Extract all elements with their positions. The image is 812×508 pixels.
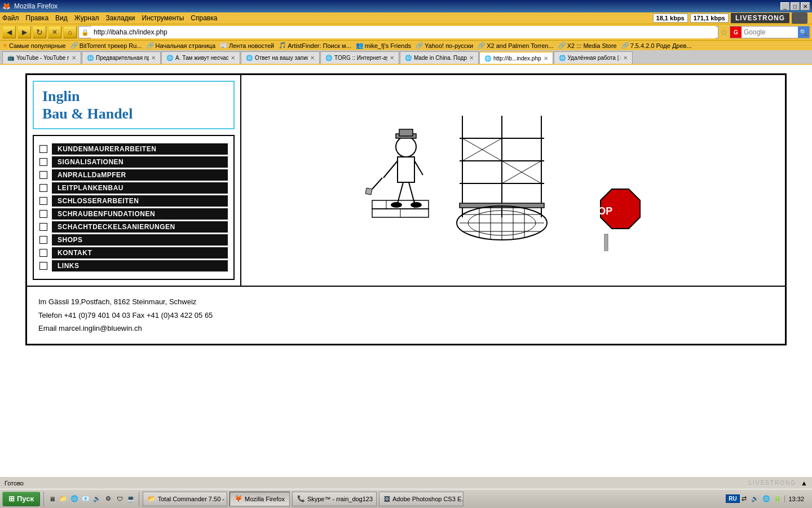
tray-icon-battery[interactable]: 🔋 xyxy=(773,494,782,503)
menu-link-signal[interactable]: SIGNALISATIONEN xyxy=(52,156,228,168)
tab-sad[interactable]: 🌐 А. Там живут несчастн... ✕ xyxy=(161,51,240,64)
menu-checkbox-schloss[interactable] xyxy=(39,197,47,205)
menu-checkbox-links[interactable] xyxy=(39,262,47,270)
quicklaunch-icon-6[interactable]: ⚙ xyxy=(104,494,113,503)
quicklaunch-icon-7[interactable]: 🛡 xyxy=(115,494,124,503)
quicklaunch-icon-5[interactable]: 🔊 xyxy=(92,494,102,503)
taskbar-btn-photoshop[interactable]: 🖼 Adobe Photoshop CS3 E... xyxy=(379,492,464,506)
menubar: Файл Правка Вид Журнал Закладки Инструме… xyxy=(0,13,219,23)
menu-link-schacht[interactable]: SCHACHTDECKELSANIERUNGEN xyxy=(52,221,228,233)
menu-help[interactable]: Справка xyxy=(191,14,217,22)
svg-text:STOP: STOP xyxy=(585,205,613,217)
menu-link-shops[interactable]: SHOPS xyxy=(52,234,228,246)
tray-icon-volume[interactable]: 🔊 xyxy=(751,494,760,503)
menu-checkbox-shops[interactable] xyxy=(39,236,47,244)
bookmark-friends[interactable]: 👥mike_fj's Friends xyxy=(356,42,411,49)
tab-remote[interactable]: 🌐 Удалённая работа | П... ✕ xyxy=(554,51,633,64)
tab-ibaha[interactable]: 🌐 http://ib...index.php ✕ xyxy=(479,51,553,64)
bookmark-bittorrent[interactable]: 🔗BitTorrent трекер Ru... xyxy=(70,42,142,49)
bookmark-x2-media[interactable]: 🔗X2 ::: Media Store xyxy=(558,42,617,49)
firefox-taskbar-icon: 🦊 xyxy=(235,495,242,502)
menu-checkbox-schacht[interactable] xyxy=(39,223,47,231)
menu-checkbox-schrauben[interactable] xyxy=(39,210,47,218)
menu-checkbox-leit[interactable] xyxy=(39,184,47,192)
tray-icon-arrows[interactable]: ⇄ xyxy=(739,494,748,503)
tab-china[interactable]: 🌐 Made in China. Подроб... ✕ xyxy=(400,51,479,64)
bookmark-news[interactable]: 📰Лента новостей xyxy=(220,42,274,49)
taskbar-btn-totalcmd[interactable]: 📂 Total Commander 7.50 - xyxy=(143,492,227,506)
window-controls[interactable]: _ □ ✕ xyxy=(780,2,810,10)
quicklaunch-icon-2[interactable]: 📁 xyxy=(59,494,68,503)
maximize-button[interactable]: □ xyxy=(791,2,800,10)
menu-link-kontakt[interactable]: KONTAKT xyxy=(52,247,228,259)
svg-marker-16 xyxy=(365,188,372,195)
menu-item-kontakt: KONTAKT xyxy=(39,247,228,259)
tab-close-ibaha[interactable]: ✕ xyxy=(544,55,548,62)
taskbar-separator-1 xyxy=(43,492,44,506)
scroll-indicator[interactable]: ▲ xyxy=(801,479,807,487)
reload-button[interactable]: ↻ xyxy=(33,26,46,38)
close-button[interactable]: ✕ xyxy=(801,2,810,10)
menu-view[interactable]: Вид xyxy=(55,14,68,22)
menu-checkbox-kunden[interactable] xyxy=(39,145,47,153)
quicklaunch-icon-8[interactable]: 💻 xyxy=(126,494,135,503)
bookmark-popular[interactable]: ★ Самые популярные xyxy=(2,42,66,49)
menu-link-leit[interactable]: LEITPLANKENBAU xyxy=(52,182,228,194)
tab-close-preview[interactable]: ✕ xyxy=(151,55,156,61)
tab-preview[interactable]: 🌐 Предварительная пр... ✕ xyxy=(82,51,161,64)
tray-icon-network[interactable]: 🌐 xyxy=(762,494,771,503)
menu-checkbox-signal[interactable] xyxy=(39,158,47,166)
menu-bookmarks[interactable]: Закладки xyxy=(106,14,135,22)
tabs-bar: 📺 YouTube - YouTube rra... ✕ 🌐 Предварит… xyxy=(0,50,812,65)
taskbar-btn-skype[interactable]: 📞 Skype™ - rrain_dog123 xyxy=(292,492,377,506)
search-button[interactable]: 🔍 xyxy=(798,27,809,38)
quicklaunch-icon-4[interactable]: 📧 xyxy=(81,494,90,503)
tab-close-answer[interactable]: ✕ xyxy=(310,55,315,61)
quicklaunch-icon-1[interactable]: 🖥 xyxy=(47,494,56,503)
url-input[interactable] xyxy=(91,26,716,38)
bookmark-rode[interactable]: 🔗7.5.4.2.0 Роде Древ... xyxy=(621,42,692,49)
menu-link-schrauben[interactable]: SCHRAUBENFUNDATIONEN xyxy=(52,208,228,220)
tab-answer[interactable]: 🌐 Ответ на вашу запис... ✕ xyxy=(241,51,320,64)
menu-link-anprall[interactable]: ANPRALLDaMPFER xyxy=(52,169,228,181)
back-button[interactable]: ◀ xyxy=(2,26,16,38)
tab-close-sad[interactable]: ✕ xyxy=(231,55,235,61)
search-input[interactable] xyxy=(742,28,798,36)
taskbar-btn-firefox[interactable]: 🦊 Mozilla Firefox xyxy=(230,492,290,506)
home-button[interactable]: ⌂ xyxy=(63,26,77,38)
title-area: 🦊 Mozilla Firefox xyxy=(2,2,58,10)
menu-checkbox-anprall[interactable] xyxy=(39,171,47,179)
tab-torg[interactable]: 🌐 TORG :: Интернет-ау... ✕ xyxy=(320,51,399,64)
menu-link-kunden[interactable]: KUNDENMAURERARBEITEN xyxy=(52,143,228,155)
forward-button[interactable]: ▶ xyxy=(17,26,31,38)
tab-close-torg[interactable]: ✕ xyxy=(390,55,394,61)
menu-link-schloss[interactable]: SCHLOSSERARBEITEN xyxy=(52,195,228,207)
start-button[interactable]: ⊞ Пуск xyxy=(2,492,40,506)
tab-close-youtube[interactable]: ✕ xyxy=(72,55,76,61)
language-button[interactable]: RU xyxy=(726,494,739,503)
navigation-bar: ◀ ▶ ↻ ✕ ⌂ 🔒 ☆ G 🔍 xyxy=(0,24,812,40)
quicklaunch-icon-3[interactable]: 🌐 xyxy=(70,494,79,503)
menu-checkbox-kontakt[interactable] xyxy=(39,249,47,257)
bookmark-home[interactable]: 🔗Начальная страница xyxy=(147,42,215,49)
tab-close-china[interactable]: ✕ xyxy=(469,55,474,61)
menu-link-links[interactable]: LINKS xyxy=(52,260,228,271)
tab-close-remote[interactable]: ✕ xyxy=(623,55,628,61)
svg-rect-2 xyxy=(399,129,413,136)
titlebar: 🦊 Mozilla Firefox _ □ ✕ xyxy=(0,0,812,12)
svg-line-5 xyxy=(414,161,423,175)
bookmark-artist[interactable]: 🎵ArtistFinder: Поиск м... xyxy=(279,42,351,49)
bookmark-x2-torrent[interactable]: 🔗X2 and Palmen Torren... xyxy=(478,42,553,49)
bookmark-yahoo[interactable]: 🔗Yahoo! по-русски xyxy=(416,42,473,49)
tray-icon-lang[interactable]: RU xyxy=(728,494,737,503)
tab-youtube[interactable]: 📺 YouTube - YouTube rra... ✕ xyxy=(2,51,81,64)
stop-button[interactable]: ✕ xyxy=(48,26,61,38)
menu-tools[interactable]: Инструменты xyxy=(142,14,184,22)
menu-history[interactable]: Журнал xyxy=(74,14,99,22)
firefox-logo-icon: 🦊 xyxy=(2,2,11,10)
menu-edit[interactable]: Правка xyxy=(26,14,49,22)
page-icon: 🔒 xyxy=(81,29,89,36)
star-icon[interactable]: ☆ xyxy=(720,27,728,38)
minimize-button[interactable]: _ xyxy=(780,2,789,10)
menu-file[interactable]: Файл xyxy=(2,14,19,22)
